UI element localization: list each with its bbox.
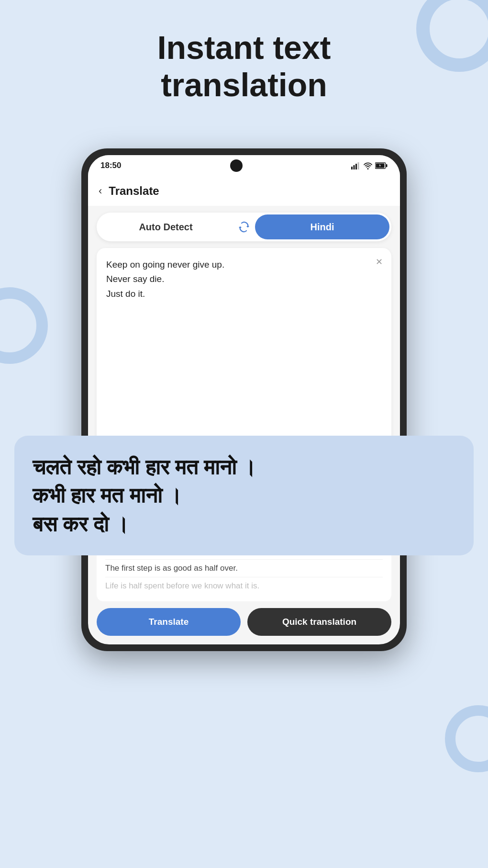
battery-icon	[375, 162, 388, 169]
svg-rect-5	[386, 164, 387, 167]
deco-circle-mid-left	[0, 287, 48, 364]
svg-rect-2	[355, 164, 357, 169]
svg-rect-1	[353, 165, 355, 169]
list-item[interactable]: The first step is as good as half over.	[105, 560, 383, 577]
translate-button[interactable]: Translate	[97, 608, 241, 636]
status-time: 18:50	[100, 161, 121, 170]
back-button[interactable]: ‹	[99, 185, 102, 197]
swap-icon	[238, 221, 250, 233]
wifi-icon	[363, 162, 373, 169]
swap-button[interactable]	[233, 216, 255, 238]
phone-screen: 18:50	[88, 155, 400, 644]
svg-rect-0	[351, 167, 353, 169]
phone-frame: 18:50	[81, 148, 407, 651]
translation-result-overlay: चलते रहो कभी हार मत मानो । कभी हार मत मा…	[14, 436, 474, 555]
list-item[interactable]: Life is half spent before we know what i…	[105, 577, 383, 595]
page-title: Instant text translation	[0, 29, 488, 103]
app-title: Translate	[109, 184, 159, 198]
deco-circle-bottom-right	[445, 705, 488, 772]
translation-hindi-text: चलते रहो कभी हार मत मानो । कभी हार मत मा…	[33, 453, 455, 538]
bottom-buttons: Translate Quick translation	[88, 601, 400, 644]
language-selector[interactable]: Auto Detect Hindi	[97, 213, 391, 241]
svg-rect-3	[357, 162, 359, 169]
svg-marker-7	[246, 225, 249, 227]
camera-notch	[230, 159, 243, 172]
input-text: Keep on going never give up. Never say d…	[106, 258, 382, 301]
app-header: ‹ Translate	[88, 176, 400, 206]
signal-icon	[351, 162, 361, 169]
status-bar: 18:50	[88, 155, 400, 176]
target-language[interactable]: Hindi	[255, 214, 389, 239]
svg-marker-8	[239, 227, 242, 229]
source-language[interactable]: Auto Detect	[99, 222, 233, 233]
clear-button[interactable]: ✕	[376, 257, 383, 267]
quick-translation-button[interactable]: Quick translation	[247, 608, 391, 636]
status-icons	[351, 162, 388, 169]
